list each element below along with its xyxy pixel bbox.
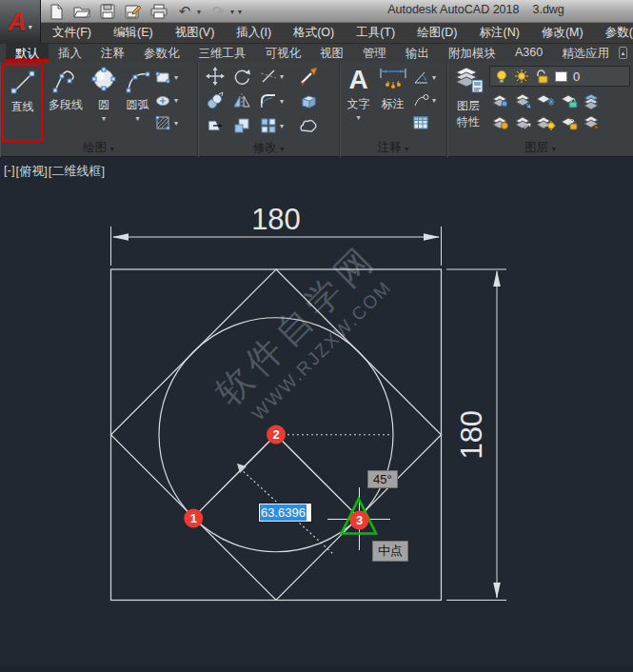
fillet-button[interactable]: ▾ [259, 91, 284, 110]
layer-off-icon[interactable] [489, 112, 512, 134]
layer-unisolate-icon[interactable] [512, 90, 535, 112]
redo-icon[interactable]: ↷ [209, 3, 227, 20]
trim-dropdown-icon[interactable]: ▾ [280, 72, 284, 81]
layer-dropdown[interactable]: 0 [489, 66, 630, 87]
redo-dropdown-icon[interactable]: ▾ [230, 8, 234, 16]
scale-button[interactable] [232, 116, 251, 135]
tab-add-ins[interactable]: 附加模块 [439, 44, 505, 62]
leader-button[interactable]: ▾ [412, 89, 436, 111]
menu-file[interactable]: 文件(F) [52, 25, 91, 41]
angular-dropdown-icon[interactable]: ▾ [432, 73, 436, 82]
hatch-dropdown-icon[interactable]: ▾ [174, 119, 178, 128]
menu-dimension[interactable]: 标注(N) [480, 25, 520, 41]
layer-freeze-icon[interactable] [535, 90, 558, 112]
undo-icon[interactable]: ↶ [176, 3, 193, 20]
offset-button[interactable] [298, 116, 319, 135]
menu-tools[interactable]: 工具(T) [356, 25, 395, 41]
layer-on-bulb-icon [495, 69, 508, 84]
panel-modify: ▾ [198, 62, 340, 157]
match-properties-button[interactable] [298, 67, 319, 86]
layers-panel-label[interactable]: 图层 ▾ [447, 140, 633, 156]
layer-walk-icon[interactable] [581, 112, 603, 134]
tab-3d-tools[interactable]: 三维工具 [189, 44, 256, 62]
angle-tooltip: 45° [367, 470, 398, 488]
text-button[interactable]: A 文字 ▾ [342, 66, 375, 122]
qat-customize-icon[interactable]: ▾ [238, 8, 242, 16]
layer-color-swatch[interactable] [555, 71, 567, 82]
tab-a360[interactable]: A360 [505, 44, 552, 62]
ellipse-dropdown-icon[interactable]: ▾ [174, 96, 178, 105]
tab-manage[interactable]: 管理 [353, 44, 396, 62]
menu-view[interactable]: 视图(V) [175, 25, 215, 41]
save-as-icon[interactable] [125, 3, 142, 20]
layer-isolate-icon[interactable] [489, 90, 512, 112]
layer-properties-button[interactable]: 图层 特性 [450, 64, 486, 130]
stretch-button[interactable] [206, 116, 225, 135]
layer-properties-icon [452, 64, 485, 96]
hatch-button[interactable]: ▾ [155, 111, 178, 134]
copy-button[interactable] [206, 91, 225, 110]
rectangle-dropdown-icon[interactable]: ▾ [174, 73, 178, 82]
dynamic-input-field[interactable]: 63.6396 [258, 503, 312, 523]
tab-featured-apps[interactable]: 精选应用 [552, 44, 619, 62]
dimension-button[interactable]: 标注 [376, 66, 409, 112]
save-icon[interactable] [99, 3, 116, 20]
new-file-icon[interactable] [48, 3, 65, 20]
marker-1-number: 1 [190, 511, 197, 525]
trim-button[interactable]: ▾ [259, 67, 284, 86]
tab-visualize[interactable]: 可视化 [256, 44, 311, 62]
angular-dimension-button[interactable]: ▾ [412, 66, 436, 89]
text-dropdown-icon[interactable]: ▾ [356, 113, 360, 122]
array-dropdown-icon[interactable]: ▾ [280, 122, 284, 130]
layer-lock-icon[interactable] [558, 90, 581, 112]
tab-annotate[interactable]: 注释 [91, 44, 134, 62]
open-file-icon[interactable] [73, 3, 90, 20]
table-button[interactable] [412, 111, 436, 134]
rectangle-button[interactable]: ▾ [155, 66, 178, 89]
layer-thaw-icon[interactable] [535, 112, 558, 134]
menu-parametric[interactable]: 参数(P) [605, 25, 633, 41]
tab-parametric[interactable]: 参数化 [134, 44, 189, 62]
menu-draw[interactable]: 绘图(D) [417, 25, 457, 41]
draw-panel-label[interactable]: 绘图 ▾ [0, 140, 197, 156]
rotate-button[interactable] [232, 67, 251, 86]
ribbon-collapse-icon[interactable]: ▴ [619, 47, 627, 59]
layer-stack-icon[interactable] [581, 90, 603, 112]
fillet-dropdown-icon[interactable]: ▾ [280, 97, 284, 106]
tab-view[interactable]: 视图 [310, 44, 353, 62]
autocad-logo-button[interactable]: A ▾ [0, 0, 41, 44]
dimension-top[interactable]: 180 [111, 203, 442, 266]
document-title: 3.dwg [532, 3, 564, 16]
layer-make-current-icon[interactable] [512, 112, 535, 134]
leader-dropdown-icon[interactable]: ▾ [432, 96, 436, 105]
modify-panel-label[interactable]: 修改 ▾ [198, 140, 339, 156]
canvas-bottom-edge [0, 666, 633, 672]
rotate-icon [232, 67, 251, 86]
dimension-right[interactable]: 180 [446, 269, 506, 601]
plot-icon[interactable] [150, 3, 168, 20]
undo-dropdown-icon[interactable]: ▾ [197, 8, 201, 16]
circle-label: 圆 [98, 97, 109, 113]
ellipse-button[interactable]: ▾ [155, 89, 178, 111]
drawing-canvas[interactable]: [-] [俯视] [二维线框] 软件自学网 WWW.RJZXW.COM [0, 157, 633, 672]
tab-output[interactable]: 输出 [396, 44, 439, 62]
explode-button[interactable] [298, 91, 319, 110]
annotate-panel-label[interactable]: 注释 ▾ [340, 140, 446, 156]
menu-edit[interactable]: 编辑(E) [113, 25, 153, 41]
tab-default[interactable]: 默认 [6, 44, 49, 62]
layer-unlock-tool-icon[interactable] [558, 112, 581, 134]
array-button[interactable]: ▾ [259, 116, 284, 135]
polyline-button[interactable]: 多段线 [45, 67, 87, 113]
menu-format[interactable]: 格式(O) [293, 25, 334, 41]
move-button[interactable] [206, 67, 225, 86]
menu-modify[interactable]: 修改(M) [542, 25, 584, 41]
line-button[interactable]: 直线 [2, 64, 43, 142]
arc-dropdown-icon[interactable]: ▾ [135, 114, 139, 123]
arc-button[interactable]: 圆弧 ▾ [121, 67, 154, 123]
circle-dropdown-icon[interactable]: ▾ [102, 114, 106, 123]
tab-insert[interactable]: 插入 [49, 44, 91, 62]
drawing-geometry[interactable]: 180 180 1 2 3 [0, 157, 633, 672]
menu-insert[interactable]: 插入(I) [236, 25, 271, 41]
circle-button[interactable]: 圆 ▾ [88, 67, 120, 123]
mirror-button[interactable] [232, 91, 251, 110]
